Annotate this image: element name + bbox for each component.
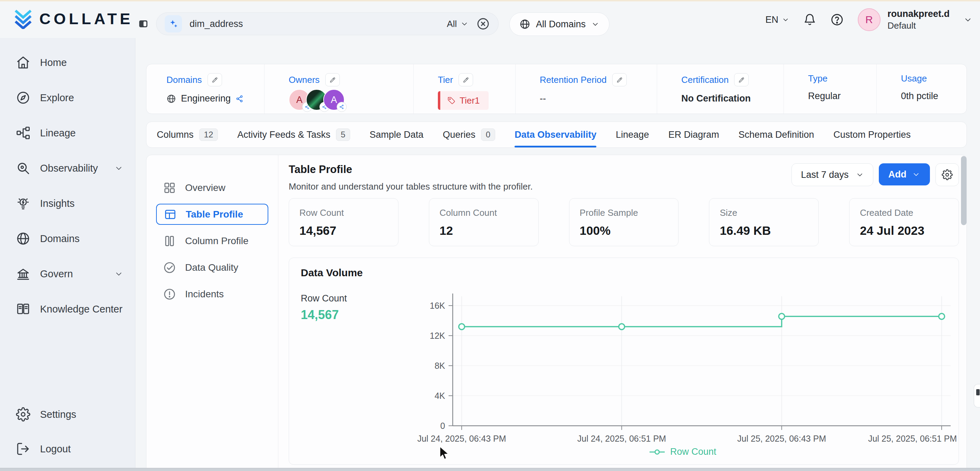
owner-avatars: A A (289, 89, 413, 110)
sidebar-item-label: Govern (40, 268, 73, 280)
brand-name: COLLATE (39, 10, 133, 28)
subnav-item-incidents[interactable]: Incidents (156, 281, 268, 307)
time-range-dropdown[interactable]: Last 7 days (791, 163, 873, 186)
sidebar-item-label: Knowledge Center (40, 304, 123, 315)
book-icon (16, 302, 30, 316)
tier-badge[interactable]: Tier1 (438, 91, 488, 110)
share-nodes-icon (235, 95, 244, 103)
collate-logo-icon (13, 9, 33, 29)
tab-sample-data[interactable]: Sample Data (369, 122, 423, 148)
data-volume-card: Data Volume Row Count 14,567 04K8K12K16K… (289, 258, 959, 465)
edit-domains-button[interactable] (208, 73, 222, 86)
vertical-scrollbar-thumb[interactable] (961, 156, 967, 225)
topbar: COLLATE dim_address All (0, 2, 980, 38)
domains-label: Domains (167, 75, 202, 85)
govern-icon (16, 267, 30, 281)
tab-custom-properties[interactable]: Custom Properties (834, 122, 911, 148)
edit-certification-button[interactable] (734, 73, 749, 86)
usage-value: 0th pctile (901, 91, 938, 102)
sidebar-item-domains[interactable]: Domains (0, 221, 135, 256)
add-button[interactable]: Add (879, 163, 930, 185)
retention-value: -- (540, 93, 546, 104)
language-dropdown[interactable]: EN (765, 14, 789, 25)
check-circle-icon (163, 261, 176, 274)
sidebar-item-home[interactable]: Home (0, 45, 135, 80)
horizontal-scrollbar-track[interactable] (0, 468, 980, 471)
chevron-down-icon (114, 164, 123, 173)
domains-value[interactable]: Engineering (167, 93, 264, 104)
page-description: Monitor and understand your tables struc… (289, 181, 533, 192)
type-label: Type (808, 73, 827, 84)
gear-icon (16, 407, 30, 422)
user-team: Default (888, 20, 950, 32)
subnav-item-column-profile[interactable]: Column Profile (156, 228, 268, 254)
subnav-item-data-quality[interactable]: Data Quality (156, 254, 268, 281)
sidebar-item-label: Home (40, 57, 67, 68)
tab-schema-definition[interactable]: Schema Definition (738, 122, 814, 148)
entity-meta-card: Domains Engineering Owners (146, 64, 967, 114)
edit-tier-button[interactable] (458, 73, 473, 86)
chevron-down-icon (782, 16, 789, 24)
owner-avatar[interactable]: A (323, 89, 345, 110)
avatar-initial: R (865, 14, 873, 25)
help-icon[interactable] (830, 13, 844, 27)
topbar-right-cluster: EN R rounakpreet.d Default (765, 2, 972, 38)
tab-data-observability[interactable]: Data Observability (514, 122, 597, 148)
stat-card-created-date: Created Date 24 Jul 2023 (849, 198, 959, 246)
pencil-icon (616, 76, 623, 83)
chevron-down-icon (856, 170, 864, 179)
sidebar-item-knowledge-center[interactable]: Knowledge Center (0, 291, 135, 327)
svg-text:8K: 8K (434, 361, 445, 371)
pencil-icon (329, 76, 336, 83)
tab-activity-feeds[interactable]: Activity Feeds & Tasks 5 (237, 122, 350, 148)
subnav-item-table-profile[interactable]: Table Profile (156, 204, 268, 225)
subnav-item-overview[interactable]: Overview (156, 174, 268, 201)
app-window: COLLATE dim_address All (0, 0, 980, 471)
sidebar-item-label: Domains (40, 233, 80, 245)
ai-sparkle-icon[interactable] (165, 15, 182, 32)
notifications-bell-icon[interactable] (803, 13, 816, 26)
svg-text:Jul 24, 2025, 06:51 PM: Jul 24, 2025, 06:51 PM (578, 434, 666, 443)
domain-name[interactable]: Engineering (181, 93, 231, 104)
stat-card-row-count: Row Count 14,567 (289, 198, 398, 246)
floating-widget-cutoff[interactable] (974, 384, 980, 407)
profile-stats-row: Row Count 14,567 Column Count 12 Profile… (289, 198, 959, 246)
clear-search-icon[interactable] (476, 17, 490, 31)
user-menu-chevron-icon[interactable] (963, 15, 972, 24)
sidebar-item-label: Settings (40, 409, 76, 420)
edit-owners-button[interactable] (325, 73, 340, 86)
search-input[interactable]: dim_address (189, 19, 439, 29)
svg-text:Jul 25, 2025, 06:43 PM: Jul 25, 2025, 06:43 PM (737, 434, 826, 443)
chart-legend[interactable]: Row Count (348, 447, 980, 457)
lineage-icon (16, 126, 30, 140)
time-range-value: Last 7 days (801, 170, 848, 180)
user-menu[interactable]: R rounakpreet.d Default (858, 8, 950, 31)
domain-filter-value: All Domains (536, 19, 585, 30)
sidebar-item-observability[interactable]: Observability (0, 151, 135, 186)
sidebar-item-settings[interactable]: Settings (0, 397, 135, 432)
tab-queries[interactable]: Queries 0 (443, 122, 495, 148)
sidebar-item-insights[interactable]: Insights (0, 186, 135, 221)
tab-columns[interactable]: Columns 12 (157, 122, 218, 148)
profile-sub-nav: Overview Table Profile Column Profile Da… (146, 155, 278, 471)
sidebar-item-logout[interactable]: Logout (0, 432, 135, 466)
global-search[interactable]: dim_address All (156, 13, 499, 35)
sidebar-toggle-icon[interactable] (138, 19, 148, 29)
search-scope-dropdown[interactable]: All (447, 19, 469, 29)
sidebar-item-govern[interactable]: Govern (0, 256, 135, 291)
owners-label: Owners (289, 75, 320, 85)
home-icon (16, 55, 30, 70)
sidebar-item-explore[interactable]: Explore (0, 80, 135, 115)
collate-logo[interactable]: COLLATE (13, 9, 133, 29)
certification-value: No Certification (681, 93, 751, 104)
domain-filter-dropdown[interactable]: All Domains (509, 13, 609, 36)
sidebar-item-lineage[interactable]: Lineage (0, 115, 135, 151)
stat-card-size: Size 16.49 KB (709, 198, 819, 246)
profiler-settings-button[interactable] (935, 163, 959, 186)
svg-text:0: 0 (440, 421, 445, 431)
tab-lineage[interactable]: Lineage (616, 122, 649, 148)
edit-retention-button[interactable] (612, 73, 627, 86)
pencil-icon (462, 76, 469, 83)
tab-er-diagram[interactable]: ER Diagram (668, 122, 719, 148)
globe-icon (519, 19, 530, 30)
